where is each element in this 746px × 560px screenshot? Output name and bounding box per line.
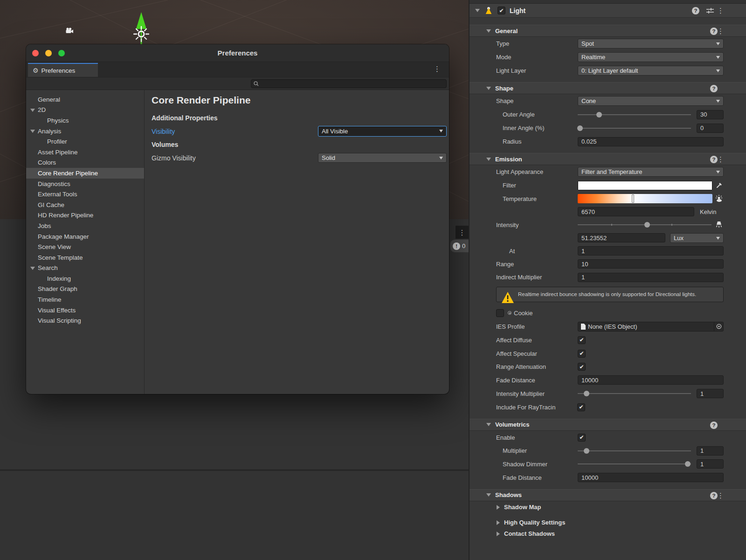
sidebar-item-core-render-pipeline[interactable]: Core Render Pipeline [26,168,144,179]
sidebar-item-colors[interactable]: Colors [26,158,144,168]
shadow-dimmer-slider[interactable] [578,459,691,469]
multiplier-slider[interactable] [578,446,691,456]
shadow-map-foldout[interactable]: Shadow Map [470,501,746,513]
close-button[interactable] [32,50,39,56]
temperature-slider-handle[interactable] [632,194,634,203]
outer-angle-field[interactable]: 30 [697,110,724,119]
intensity-multiplier-field[interactable]: 1 [697,389,724,398]
contact-shadows-foldout[interactable]: Contact Shadows [470,528,746,539]
outer-angle-slider[interactable] [578,110,691,119]
affect-specular-checkbox[interactable] [578,350,586,358]
sidebar-item-asset-pipeline[interactable]: Asset Pipeline [26,147,144,158]
foldout-open-icon[interactable] [30,130,35,133]
sidebar-item-general[interactable]: General [26,94,144,105]
sidebar-item-gi-cache[interactable]: GI Cache [26,200,144,210]
sidebar-item-package-manager[interactable]: Package Manager [26,231,144,242]
light-component-header[interactable]: Light [470,4,746,18]
volumetric-fade-distance-field[interactable]: 10000 [578,473,724,482]
section-general[interactable]: General [470,25,746,37]
foldout-open-icon[interactable] [30,267,35,270]
foldout-open-icon[interactable] [486,87,491,90]
inner-angle-field[interactable]: 0 [697,124,724,133]
sidebar-item-external-tools[interactable]: External Tools [26,189,144,200]
intensity-slider[interactable] [578,220,711,229]
filter-color-swatch[interactable] [578,181,712,190]
camera-gizmo-icon[interactable] [65,27,74,35]
radius-field[interactable]: 0.025 [578,137,724,146]
sidebar-item-indexing[interactable]: Indexing [26,273,144,284]
range-field[interactable]: 10 [578,259,724,269]
fade-distance-field[interactable]: 10000 [578,375,724,385]
foldout-open-icon[interactable] [475,9,480,12]
component-enabled-checkbox[interactable] [497,7,505,14]
sidebar-item-scene-view[interactable]: Scene View [26,242,144,252]
sidebar-item-shader-graph[interactable]: Shader Graph [26,284,144,295]
section-emission[interactable]: Emission [470,153,746,165]
sidebar-item-visual-scripting[interactable]: Visual Scripting [26,315,144,326]
visibility-dropdown[interactable]: All Visible [318,126,447,137]
temperature-slider[interactable] [578,194,712,203]
eyedropper-icon[interactable] [714,182,724,188]
sidebar-item-physics[interactable]: Physics [26,115,144,126]
kebab-menu-icon[interactable] [717,28,724,35]
temperature-field[interactable]: 6570 [578,207,694,216]
sidebar-item-visual-effects[interactable]: Visual Effects [26,305,144,316]
at-field[interactable]: 1 [578,246,724,256]
sidebar-item-timeline[interactable]: Timeline [26,294,144,305]
affect-diffuse-checkbox[interactable] [578,336,586,344]
shape-dropdown[interactable]: Cone [578,96,724,106]
gizmo-visibility-dropdown[interactable]: Solid [318,153,447,163]
shadow-dimmer-field[interactable]: 1 [697,459,724,469]
high-quality-settings-foldout[interactable]: High Quality Settings [470,517,746,528]
section-shadows[interactable]: Shadows [470,489,746,501]
kebab-menu-icon[interactable] [717,492,724,499]
minimize-button[interactable] [45,50,52,56]
window-titlebar[interactable]: Preferences [26,44,449,62]
multiplier-field[interactable]: 1 [697,446,724,456]
foldout-open-icon[interactable] [486,493,491,497]
sidebar-item-scene-template[interactable]: Scene Template [26,252,144,263]
sidebar-item-jobs[interactable]: Jobs [26,221,144,231]
ies-profile-object-field[interactable]: None (IES Object) [578,322,724,332]
console-warning-badge[interactable]: ! 0 [450,240,469,252]
foldout-open-icon[interactable] [486,29,491,33]
maximize-button[interactable] [58,50,65,56]
kebab-menu-icon[interactable] [717,156,724,163]
sidebar-item-2d[interactable]: 2D [26,105,144,116]
mode-dropdown[interactable]: Realtime [578,52,724,62]
kebab-menu-icon[interactable] [717,7,724,14]
object-picker-icon[interactable] [714,322,723,331]
include-raytracing-checkbox[interactable] [577,403,585,411]
sidebar-item-search[interactable]: Search [26,263,144,274]
help-icon[interactable] [710,85,718,92]
section-shape[interactable]: Shape [470,82,746,94]
intensity-unit-dropdown[interactable]: Lux [670,233,724,243]
type-dropdown[interactable]: Spot [578,39,724,48]
spot-light-gizmo[interactable] [133,12,149,46]
hidden-panel-menu[interactable] [456,226,469,239]
help-icon[interactable] [710,156,718,163]
range-attenuation-checkbox[interactable] [578,363,586,371]
cookie-checkbox[interactable] [496,309,504,317]
foldout-open-icon[interactable] [486,423,491,426]
intensity-multiplier-slider[interactable] [578,389,691,398]
sidebar-item-diagnostics[interactable]: Diagnostics [26,179,144,189]
enable-checkbox[interactable] [578,434,586,442]
presets-icon[interactable] [706,7,714,14]
help-icon[interactable] [710,28,718,35]
foldout-open-icon[interactable] [486,158,491,161]
light-appearance-dropdown[interactable]: Filter and Temperature [578,167,724,177]
sidebar-item-profiler[interactable]: Profiler [26,136,144,147]
tab-preferences[interactable]: Preferences [28,63,98,77]
indirect-multiplier-field[interactable]: 1 [578,273,724,282]
sidebar-item-analysis[interactable]: Analysis [26,126,144,137]
inner-angle-slider[interactable] [578,124,691,133]
intensity-field[interactable]: 51.23552 [578,233,665,242]
sidebar-item-hd-render-pipeline[interactable]: HD Render Pipeline [26,210,144,221]
light-layer-dropdown[interactable]: 0: Light Layer default [578,66,724,76]
help-icon[interactable] [692,7,699,14]
search-input[interactable] [251,79,447,88]
tab-options-kebab-icon[interactable] [434,65,441,72]
help-icon[interactable] [710,422,718,429]
panel-divider[interactable] [0,470,469,471]
